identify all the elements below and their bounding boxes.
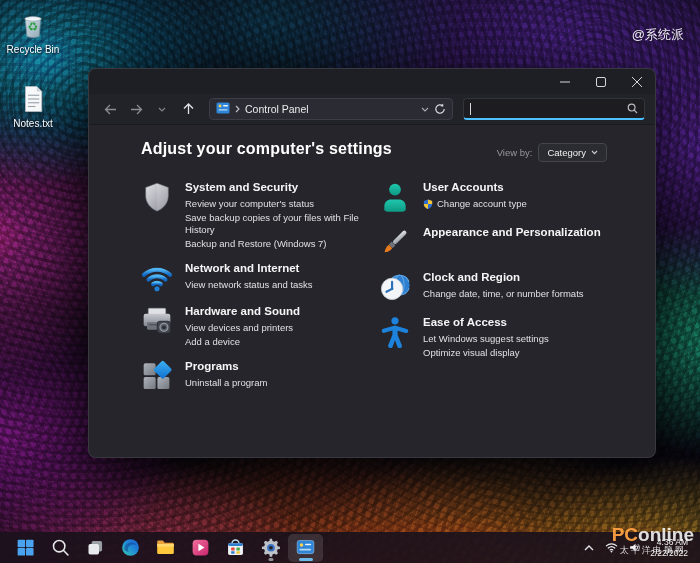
- category-sub-link[interactable]: Change date, time, or number formats: [423, 288, 584, 301]
- category-title-link[interactable]: Ease of Access: [423, 315, 549, 330]
- search-icon[interactable]: [627, 103, 638, 114]
- hidden-icons-chevron-icon[interactable]: [582, 543, 596, 553]
- category-title-link[interactable]: Appearance and Personalization: [423, 225, 601, 240]
- uac-shield-icon: [423, 199, 433, 209]
- category-title-link[interactable]: Hardware and Sound: [185, 304, 300, 319]
- category-sub-link[interactable]: Optimize visual display: [423, 347, 549, 360]
- forward-button[interactable]: [125, 98, 147, 120]
- category-title-link[interactable]: Programs: [185, 359, 267, 374]
- taskbar: 4:36 AM 2/22/2022: [0, 532, 700, 563]
- category-network-and-internet: Network and Internet View network status…: [141, 261, 379, 294]
- search-input[interactable]: [470, 103, 627, 114]
- network-tray-icon[interactable]: [603, 540, 620, 555]
- category-column-left: System and Security Review your computer…: [141, 180, 379, 402]
- programs-icon[interactable]: [141, 360, 173, 392]
- category-title-link[interactable]: System and Security: [185, 180, 379, 195]
- view-by-control: View by: Category: [497, 143, 607, 162]
- category-user-accounts: User Accounts Change account type: [379, 180, 655, 213]
- control-panel-content: Adjust your computer's settings View by:…: [89, 125, 655, 402]
- category-sub-link[interactable]: View network status and tasks: [185, 279, 313, 292]
- category-title-link[interactable]: Network and Internet: [185, 261, 313, 276]
- shield-icon[interactable]: [141, 181, 173, 213]
- recent-locations-chevron-icon[interactable]: [151, 98, 173, 120]
- up-button[interactable]: [177, 98, 199, 120]
- minimize-button[interactable]: [547, 69, 583, 94]
- view-by-value: Category: [547, 147, 586, 158]
- taskbar-clock[interactable]: 4:36 AM 2/22/2022: [650, 537, 688, 558]
- address-bar[interactable]: Control Panel: [209, 98, 453, 120]
- accessibility-icon[interactable]: [379, 316, 411, 348]
- category-sub-link-uac[interactable]: Change account type: [423, 198, 527, 211]
- back-button[interactable]: [99, 98, 121, 120]
- desktop-icon-label: Notes.txt: [13, 118, 52, 129]
- category-sub-link[interactable]: Add a device: [185, 336, 300, 349]
- control-panel-mini-icon: [216, 100, 230, 118]
- category-sub-link[interactable]: Uninstall a program: [185, 377, 267, 390]
- user-icon[interactable]: [379, 181, 411, 213]
- address-dropdown-chevron-icon[interactable]: [421, 107, 429, 112]
- category-sub-link[interactable]: Let Windows suggest settings: [423, 333, 549, 346]
- edge-browser-button[interactable]: [113, 534, 148, 562]
- system-tray: 4:36 AM 2/22/2022: [582, 537, 692, 558]
- category-sub-link[interactable]: View devices and printers: [185, 322, 300, 335]
- tray-date: 2/22/2022: [650, 548, 688, 559]
- category-ease-of-access: Ease of Access Let Windows suggest setti…: [379, 315, 655, 360]
- category-clock-and-region: Clock and Region Change date, time, or n…: [379, 270, 655, 303]
- desktop-icon-label: Recycle Bin: [7, 44, 60, 55]
- control-panel-button[interactable]: [288, 534, 323, 562]
- volume-tray-icon[interactable]: [627, 540, 643, 555]
- category-sub-link[interactable]: Backup and Restore (Windows 7): [185, 238, 379, 251]
- category-appearance-and-personalization: Appearance and Personalization: [379, 225, 655, 258]
- category-column-right: User Accounts Change account type: [379, 180, 655, 402]
- breadcrumb-location[interactable]: Control Panel: [245, 103, 309, 115]
- breadcrumb-chevron-icon: [235, 105, 240, 113]
- watermark-xitongpai: @系统派: [632, 26, 684, 44]
- category-hardware-and-sound: Hardware and Sound View devices and prin…: [141, 304, 379, 349]
- start-button[interactable]: [8, 534, 43, 562]
- paintbrush-icon[interactable]: [379, 226, 411, 258]
- settings-button[interactable]: [253, 534, 288, 562]
- search-box: [463, 98, 645, 120]
- desktop-icon-notes-txt[interactable]: Notes.txt: [2, 82, 64, 129]
- chevron-down-icon: [591, 150, 598, 155]
- clock-globe-icon[interactable]: [379, 271, 411, 303]
- close-button[interactable]: [619, 69, 655, 94]
- maximize-button[interactable]: [583, 69, 619, 94]
- category-columns: System and Security Review your computer…: [141, 180, 655, 402]
- explorer-navbar: Control Panel: [89, 94, 655, 125]
- tray-time: 4:36 AM: [650, 537, 688, 548]
- wifi-icon[interactable]: [141, 262, 173, 294]
- media-player-button[interactable]: [183, 534, 218, 562]
- task-view-button[interactable]: [78, 534, 113, 562]
- printer-icon[interactable]: [141, 305, 173, 337]
- category-sub-link[interactable]: Save backup copies of your files with Fi…: [185, 212, 379, 237]
- refresh-icon[interactable]: [434, 103, 446, 115]
- control-panel-window: Control Panel Adjust your computer's set…: [88, 68, 656, 458]
- file-explorer-button[interactable]: [148, 534, 183, 562]
- window-titlebar: [89, 69, 655, 94]
- category-title-link[interactable]: Clock and Region: [423, 270, 584, 285]
- search-button[interactable]: [43, 534, 78, 562]
- view-by-label: View by:: [497, 147, 533, 158]
- view-by-dropdown[interactable]: Category: [538, 143, 607, 162]
- recycle-bin-icon: ♻: [16, 8, 50, 42]
- category-system-and-security: System and Security Review your computer…: [141, 180, 379, 251]
- category-title-link[interactable]: User Accounts: [423, 180, 527, 195]
- svg-text:♻: ♻: [28, 20, 39, 34]
- category-sub-link[interactable]: Review your computer's status: [185, 198, 379, 211]
- text-caret: [470, 103, 471, 115]
- category-programs: Programs Uninstall a program: [141, 359, 379, 392]
- store-button[interactable]: [218, 534, 253, 562]
- desktop-icon-recycle-bin[interactable]: ♻ Recycle Bin: [2, 8, 64, 55]
- text-document-icon: [16, 82, 50, 116]
